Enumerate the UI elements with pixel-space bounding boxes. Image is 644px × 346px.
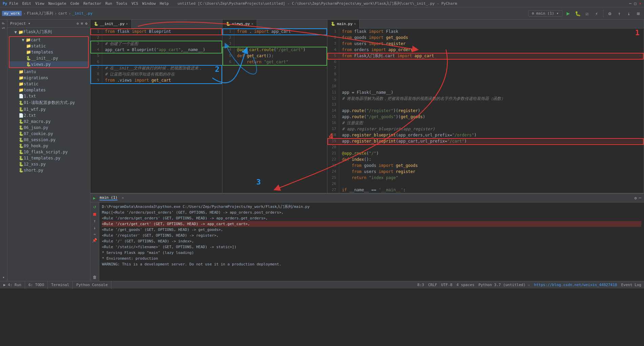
run-rerun-btn[interactable]: ↺ [93,204,96,209]
close-btn[interactable]: ✕ [639,1,641,6]
annotation-4: 4 [329,132,333,140]
code-line-main-11: 11 app = Flask(__name__) [327,89,644,95]
tree-item-07cookie[interactable]: 🐍 07_cookie.py [7,131,90,137]
favorites-icon[interactable]: ★ [2,276,5,280]
file-icon-10: 🐍 [18,150,24,154]
profile-btn[interactable]: ⚡ [593,10,600,17]
debug-btn[interactable]: 🐛 [574,10,581,17]
run-line-9: * Serving Flask app "main" (lazy loading… [102,250,641,256]
status-eventlog[interactable]: Event Log [621,283,641,287]
tab-close-main[interactable]: × [354,22,356,26]
tree-item-migrations[interactable]: 📁 migrations [7,75,90,81]
annotation-1: 1 [635,28,640,37]
editor-content-init[interactable]: 1 from flask import Blueprint 2 3 # 创建了一… [90,28,222,193]
tree-item-lantu[interactable]: 📁 lantu [7,69,90,75]
run-tab-main[interactable]: main (1) [100,195,117,200]
code-line-main-23: 23 from goods import get_goods [327,163,644,169]
tree-item-01config[interactable]: 🐍 01-读取配置参数的方式.py [7,99,90,106]
menu-file[interactable]: File [9,1,18,6]
tab-views-py[interactable]: 🐍 views.py × [222,20,257,28]
menu-run[interactable]: Run [105,1,112,6]
editor-content-views[interactable]: 1 from . import app_cart 2 3 4 @app_cart… [222,28,327,193]
minimize-btn[interactable]: ─ [629,1,631,6]
terminal-btn[interactable]: ⊞ [635,10,642,17]
tab-close-views[interactable]: × [251,22,253,26]
tree-item-09hook[interactable]: 🐍 09_hook.py [7,143,90,149]
git-btn[interactable]: ↑ [616,10,623,17]
tree-item-flask[interactable]: ▼ 📁 Flask入门系列 [7,28,90,36]
run-panel-icon: ▶ [93,196,95,200]
code-line-main-15: 15 app.route("/get_goods")(get_goods) [327,114,644,120]
settings-btn[interactable]: ⚙ [606,10,614,17]
run-scroll-end-btn[interactable]: ↓ [93,225,96,230]
menu-window[interactable]: Window [142,1,156,6]
tree-item-12xss[interactable]: 🐍 12_xss.py [7,161,90,167]
menu-code[interactable]: Code [70,1,80,6]
tree-item-11templates[interactable]: 🐍 11_templates.py [7,155,90,161]
tree-item-2txt[interactable]: 📄 2.txt [7,112,90,118]
run-pin-btn[interactable]: 📌 [92,238,97,243]
project-icon[interactable]: P [2,22,5,24]
menu-bar[interactable]: File Edit View Navigate Code Refactor Ru… [9,1,169,6]
run-scroll-top-btn[interactable]: ↑ [93,219,96,223]
menu-edit[interactable]: Edit [22,1,31,6]
run-coverage-btn[interactable]: ☑ [583,10,591,17]
menu-refactor[interactable]: Refactor [83,1,101,6]
menu-tools[interactable]: Tools [116,1,127,6]
tree-item-static2[interactable]: 📁 static [7,81,90,87]
file-icon-09: 🐍 [18,144,24,148]
run-minimize-btn[interactable]: ─ [639,196,641,200]
tree-item-08session[interactable]: 🐍 08_session.py [7,137,90,143]
menu-help[interactable]: Help [160,1,169,6]
bottom-tab-todo[interactable]: 6: TODO [25,281,48,289]
sidebar-settings-btn[interactable]: ⚙ [85,21,87,26]
bottom-tab-console[interactable]: Python Console [73,281,111,289]
tree-item-06json[interactable]: 🐍 06_json.py [7,125,90,131]
folder-icon-static: 📁 [26,44,31,48]
editor-pane-main: 🐍 main.py × 1 from flask import Flask [327,20,644,193]
git-pull-btn[interactable]: ↓ [625,10,632,17]
folder-icon-static2: 📁 [18,82,24,86]
sidebar-locate-btn[interactable]: ⊙ [77,21,79,26]
tree-item-templates2[interactable]: 📁 templates [7,87,90,93]
bottom-tab-terminal[interactable]: Terminal [48,281,73,289]
menu-view[interactable]: View [35,1,44,6]
run-stop-btn[interactable]: ■ [93,211,96,217]
run-tab-close[interactable]: × [122,196,124,200]
tree-item-views[interactable]: 🐍 views.py [9,61,88,67]
tree-item-02macro[interactable]: 🐍 02_macro.py [7,118,90,125]
tree-item-init[interactable]: 🐍 __init__.py [9,55,88,61]
run-config-selector[interactable]: ⚙ main (1) ▾ [528,10,562,17]
tree-item-templates[interactable]: 📁 templates [9,49,88,55]
tree-item-short[interactable]: 🐍 short.py [7,167,90,173]
run-btn[interactable]: ▶ [564,10,572,17]
run-settings-btn[interactable]: ⚙ [635,196,637,200]
tree-item-static[interactable]: 📁 static [9,43,88,49]
tab-init-py[interactable]: 🐍 __init__.py × [90,20,132,28]
maximize-btn[interactable]: □ [634,1,637,6]
menu-navigate[interactable]: Navigate [48,1,66,6]
project-breadcrumb: my_work [2,11,22,16]
tree-item-1txt[interactable]: 📄 1.txt [7,93,90,99]
run-trash-btn[interactable]: 🗑 [93,275,97,280]
structure-icon[interactable]: S [2,27,5,29]
tree-item-10flask[interactable]: 🐍 10_flask_script.py [7,149,90,155]
file-icon-views: 🐍 [26,62,31,67]
tree-item-cart[interactable]: ▼ 📁 cart [9,37,88,43]
run-line-10: * Environment: production [102,256,641,261]
tree-item-01wtf[interactable]: 🐍 01_wtf.py [7,106,90,112]
code-line-main-25: 25 return "index page" [327,175,644,181]
run-output[interactable]: D:\ProgramData\Anaconda3\python.exe C:/U… [99,202,644,281]
editor-content-main[interactable]: 1 from flask import Flask 2 from goods i… [327,28,644,193]
tab-main-py[interactable]: 🐍 main.py × [327,20,360,28]
sidebar-collapse-btn[interactable]: ≡ [81,21,83,26]
tab-label-views: views.py [232,22,250,26]
menu-vcs[interactable]: VCS [131,1,138,6]
editor-pane-init: 🐍 __init__.py × 1 from [90,20,222,193]
status-link[interactable]: https://blog.csdn.net/weixin_44827418 [534,283,617,287]
code-line-init-6: 6 [90,59,222,65]
bottom-tab-run[interactable]: ▶ 4: Run [0,281,25,289]
tab-close-init[interactable]: × [126,22,128,26]
run-soft-wrap-btn[interactable]: ⇔ [93,232,95,236]
top-toolbar: my_work › Flask入门系列 › cart › _init_.py ⚙… [0,7,644,20]
